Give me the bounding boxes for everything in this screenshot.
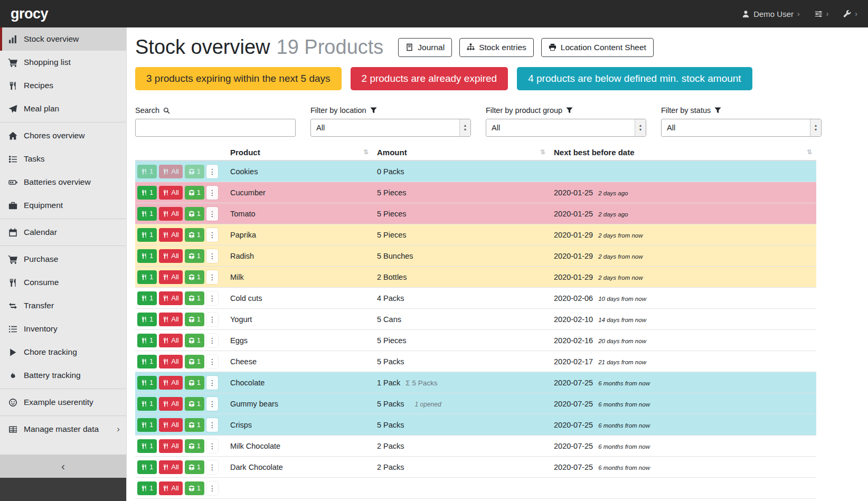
open-one-button[interactable]: 1 (185, 270, 204, 284)
product-group-filter-select[interactable]: All ▲▼ (486, 119, 646, 137)
consume-one-button[interactable]: 1 (137, 313, 157, 326)
sort-icon[interactable]: ⇅ (363, 148, 369, 156)
row-more-button[interactable]: ⋮ (206, 460, 218, 474)
settings-menu[interactable]: › (815, 10, 829, 18)
open-one-button[interactable]: 1 (185, 355, 204, 368)
open-one-button[interactable]: 1 (185, 397, 204, 411)
sidebar-item-calendar[interactable]: Calendar (0, 221, 126, 244)
row-more-button[interactable]: ⋮ (206, 439, 218, 453)
sort-icon[interactable]: ⇅ (807, 148, 812, 156)
row-more-button[interactable]: ⋮ (206, 313, 218, 326)
consume-all-button[interactable]: All (159, 481, 182, 495)
consume-all-button[interactable]: All (159, 249, 182, 263)
consume-all-button[interactable]: All (159, 228, 182, 242)
consume-one-button[interactable]: 1 (137, 439, 157, 453)
open-one-button[interactable]: 1 (185, 249, 204, 263)
consume-one-button[interactable]: 1 (137, 228, 157, 242)
row-more-button[interactable]: ⋮ (206, 249, 218, 263)
consume-all-button[interactable]: All (159, 291, 182, 305)
row-more-button[interactable]: ⋮ (206, 481, 218, 495)
user-menu[interactable]: Demo User › (742, 10, 800, 18)
consume-one-button[interactable]: 1 (137, 334, 157, 347)
sidebar-item-battery-tracking[interactable]: Battery tracking (0, 364, 126, 387)
consume-one-button[interactable]: 1 (137, 376, 157, 390)
sort-icon[interactable]: ⇅ (540, 148, 545, 156)
consume-all-button[interactable]: All (159, 460, 182, 474)
search-input[interactable] (135, 119, 296, 137)
open-one-button[interactable]: 1 (185, 460, 204, 474)
sidebar-item-consume[interactable]: Consume (0, 271, 126, 294)
sidebar-item-batteries-overview[interactable]: Batteries overview (0, 171, 126, 194)
row-more-button[interactable]: ⋮ (206, 291, 218, 305)
sidebar-item-meal-plan[interactable]: Meal plan (0, 97, 126, 120)
consume-all-button[interactable]: All (159, 418, 182, 432)
consume-all-button[interactable]: All (159, 270, 182, 284)
sidebar-item-inventory[interactable]: Inventory (0, 317, 126, 341)
below-min-stock-banner[interactable]: 4 products are below defined min. stock … (517, 67, 752, 90)
open-one-button[interactable]: 1 (185, 207, 204, 221)
consume-all-button[interactable]: All (159, 355, 182, 368)
consume-all-button[interactable]: All (159, 186, 182, 200)
row-more-button[interactable]: ⋮ (206, 376, 218, 390)
sidebar-item-chore-tracking[interactable]: Chore tracking (0, 341, 126, 364)
sidebar-item-example-userentity[interactable]: Example userentity (0, 391, 126, 414)
row-more-button[interactable]: ⋮ (206, 165, 218, 178)
expiring-banner[interactable]: 3 products expiring within the next 5 da… (135, 67, 342, 90)
sidebar-item-tasks[interactable]: Tasks (0, 147, 126, 171)
consume-all-button[interactable]: All (159, 397, 182, 411)
open-one-button[interactable]: 1 (185, 228, 204, 242)
sidebar-item-manage-master-data[interactable]: Manage master data › (0, 418, 126, 441)
consume-all-button[interactable]: All (159, 165, 182, 178)
row-more-button[interactable]: ⋮ (206, 186, 218, 200)
consume-one-button[interactable]: 1 (137, 418, 157, 432)
sidebar-item-chores-overview[interactable]: Chores overview (0, 124, 126, 147)
open-one-button[interactable]: 1 (185, 291, 204, 305)
consume-one-button[interactable]: 1 (137, 460, 157, 474)
open-one-button[interactable]: 1 (185, 313, 204, 326)
open-one-button[interactable]: 1 (185, 418, 204, 432)
sidebar-item-recipes[interactable]: Recipes (0, 74, 126, 97)
consume-all-button[interactable]: All (159, 313, 182, 326)
row-more-button[interactable]: ⋮ (206, 418, 218, 432)
consume-one-button[interactable]: 1 (137, 481, 157, 495)
sidebar-item-purchase[interactable]: Purchase (0, 248, 126, 271)
open-one-button[interactable]: 1 (185, 186, 204, 200)
consume-one-button[interactable]: 1 (137, 355, 157, 368)
row-more-button[interactable]: ⋮ (206, 355, 218, 368)
consume-all-button[interactable]: All (159, 439, 182, 453)
consume-one-button[interactable]: 1 (137, 207, 157, 221)
sidebar-collapse-button[interactable]: ‹ (0, 455, 126, 478)
admin-menu[interactable]: › (843, 10, 857, 18)
sidebar-item-stock-overview[interactable]: Stock overview (0, 27, 126, 51)
row-more-button[interactable]: ⋮ (206, 207, 218, 221)
app-logo[interactable]: grocy (11, 6, 48, 22)
product-amount: 5 Cans (373, 315, 550, 324)
row-more-button[interactable]: ⋮ (206, 334, 218, 347)
sidebar-item-equipment[interactable]: Equipment (0, 194, 126, 217)
consume-one-button[interactable]: 1 (137, 270, 157, 284)
consume-all-button[interactable]: All (159, 334, 182, 347)
open-one-button[interactable]: 1 (185, 165, 204, 178)
row-more-button[interactable]: ⋮ (206, 397, 218, 411)
consume-one-button[interactable]: 1 (137, 186, 157, 200)
sidebar-item-shopping-list[interactable]: Shopping list (0, 51, 126, 74)
stock-entries-button[interactable]: Stock entries (459, 38, 534, 57)
expired-banner[interactable]: 2 products are already expired (351, 67, 508, 90)
location-content-sheet-button[interactable]: Location Content Sheet (541, 38, 654, 57)
open-one-button[interactable]: 1 (185, 334, 204, 347)
sidebar-item-transfer[interactable]: Transfer (0, 294, 126, 317)
row-more-button[interactable]: ⋮ (206, 228, 218, 242)
open-one-button[interactable]: 1 (185, 481, 204, 495)
row-more-button[interactable]: ⋮ (206, 270, 218, 284)
journal-button[interactable]: Journal (398, 38, 452, 57)
consume-all-button[interactable]: All (159, 207, 182, 221)
consume-one-button[interactable]: 1 (137, 291, 157, 305)
consume-one-button[interactable]: 1 (137, 165, 157, 178)
open-one-button[interactable]: 1 (185, 376, 204, 390)
status-filter-select[interactable]: All ▲▼ (661, 119, 822, 137)
open-one-button[interactable]: 1 (185, 439, 204, 453)
consume-one-button[interactable]: 1 (137, 249, 157, 263)
location-filter-select[interactable]: All ▲▼ (310, 119, 471, 137)
consume-all-button[interactable]: All (159, 376, 182, 390)
consume-one-button[interactable]: 1 (137, 397, 157, 411)
